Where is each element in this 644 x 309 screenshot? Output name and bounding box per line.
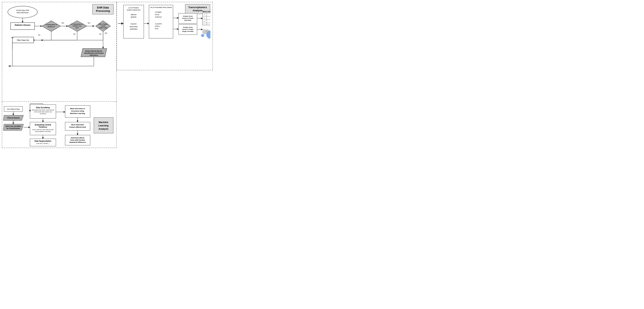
svg-text:Mean Decrease in: Mean Decrease in xyxy=(70,108,85,110)
ml-label: Machine xyxy=(99,121,108,124)
svg-text:Select key Variables: Select key Variables xyxy=(5,125,21,127)
svg-text:3: 3 xyxy=(204,20,205,22)
svg-text:CTNNB1: CTNNB1 xyxy=(155,11,162,13)
svg-text:Bulk RNA: Bulk RNA xyxy=(184,20,191,21)
svg-text:Data Scrubbing: Data Scrubbing xyxy=(36,106,50,108)
svg-text:MT1E: MT1E xyxy=(155,14,159,16)
svg-text:Filtered Dataset: Filtered Dataset xyxy=(7,117,20,119)
svg-text:Mean Gene Expressions: Mean Gene Expressions xyxy=(203,10,210,12)
svg-rect-96 xyxy=(149,5,173,38)
svg-text:Yes: Yes xyxy=(104,32,107,34)
svg-text:No: No xyxy=(99,33,102,35)
svg-text:Single Cell RNA: Single Cell RNA xyxy=(182,30,194,32)
svg-text:for Classification: for Classification xyxy=(6,128,20,129)
svg-text:No: No xyxy=(11,37,14,39)
svg-text:(This is used as a final value: (This is used as a final value for each xyxy=(32,129,54,130)
ml-flowchart-svg: Get Filtered Data Filtered Dataset Selec… xyxy=(3,103,114,147)
svg-text:Analyze Gene: Analyze Gene xyxy=(183,26,193,28)
svg-text:names in Public: names in Public xyxy=(182,18,194,19)
svg-text:Ulcer: Ulcer xyxy=(76,27,79,29)
svg-text:2: 2 xyxy=(204,17,205,19)
svg-text:contain: contain xyxy=(101,25,106,27)
svg-text:names in Public: names in Public xyxy=(182,28,194,30)
svg-rect-63 xyxy=(30,139,56,146)
ml-panel: Get Filtered Data Filtered Dataset Selec… xyxy=(2,102,116,148)
svg-text:List of Proteins: List of Proteins xyxy=(128,7,139,9)
svg-text:Statistical Difference: Statistical Difference xyxy=(69,141,86,143)
svg-text:antinuclear: antinuclear xyxy=(130,26,138,28)
svg-text:Diabetics?: Diabetics? xyxy=(48,26,55,28)
svg-text:tested in Blood test: tested in Blood test xyxy=(127,9,140,11)
svg-text:globulin: globulin xyxy=(131,16,136,18)
svg-text:Accuracy using: Accuracy using xyxy=(71,110,84,112)
ochin-label: OCHIN Epic EHR xyxy=(16,10,29,11)
svg-text:Yes: Yes xyxy=(62,22,64,24)
svg-text:of test results were uniform a: of test results were uniform and xyxy=(34,111,52,112)
svg-text:EHR of Patient: EHR of Patient xyxy=(99,24,108,25)
svg-text:data warehouse: data warehouse xyxy=(17,12,28,14)
svg-rect-3 xyxy=(10,22,34,30)
svg-text:Analyze Gene: Analyze Gene xyxy=(183,15,193,17)
filter-data-label: Filter Data Out xyxy=(17,39,29,41)
svg-text:Diabetic Foot: Diabetic Foot xyxy=(73,25,82,27)
ehr-panel: EHR Data Processing OCHIN Epic EHR data … xyxy=(2,2,116,102)
svg-text:Feature (Blood test): Feature (Blood test) xyxy=(69,126,86,128)
svg-text:1: 1 xyxy=(204,14,205,16)
transcriptomics-svg: List of Proteins tested in Blood test al… xyxy=(118,3,210,69)
svg-text:test per patient in the EHR): test per patient in the EHR) xyxy=(35,131,51,132)
svg-text:Determine Blood: Determine Blood xyxy=(71,137,84,139)
svg-text:Evaluating Central: Evaluating Central xyxy=(35,124,51,126)
svg-text:C12orf75: C12orf75 xyxy=(155,23,162,25)
svg-text:Complication of: Complication of xyxy=(46,24,57,26)
svg-point-130 xyxy=(201,34,204,37)
svg-rect-112 xyxy=(203,13,210,25)
svg-text:LOINC Codes: LOINC Codes xyxy=(99,27,107,28)
svg-text:Data Segmentation: Data Segmentation xyxy=(34,140,52,142)
svg-text:(First into 2 Classes...): (First into 2 Classes...) xyxy=(36,143,50,144)
svg-text:troponin: troponin xyxy=(131,23,137,25)
svg-text:Tendency: Tendency xyxy=(39,126,47,128)
svg-text:Get Filtered Data: Get Filtered Data xyxy=(7,108,20,110)
svg-text:albumin: albumin xyxy=(131,14,136,16)
svg-text:Machine Learning: Machine Learning xyxy=(70,112,85,114)
svg-text:(Normalized test values, check: (Normalized test values, check that unit xyxy=(32,109,54,111)
svg-text:consistent): consistent) xyxy=(40,113,46,114)
main-container: EHR Data Processing OCHIN Epic EHR data … xyxy=(0,0,215,150)
svg-text:DAPL1: DAPL1 xyxy=(155,25,160,27)
svg-text:S100A10: S100A10 xyxy=(155,16,162,18)
svg-text:List of Associated Gene Names: List of Associated Gene Names xyxy=(150,6,172,8)
svg-text:Learning: Learning xyxy=(98,124,109,127)
svg-point-131 xyxy=(206,30,210,33)
svg-text:Classification and Feature: Classification and Feature xyxy=(84,52,104,54)
svg-text:Importance: Importance xyxy=(90,54,98,56)
svg-text:No: No xyxy=(73,33,76,35)
svg-text:No: No xyxy=(38,34,40,36)
svg-text:antibodies: antibodies xyxy=(130,28,138,30)
ehr-section-label: EHR Data Processing xyxy=(92,4,114,14)
svg-text:Tests with Positive: Tests with Positive xyxy=(70,139,85,141)
svg-text:Is Complication of: Is Complication of xyxy=(71,23,83,25)
transcriptomics-panel: Transcriptomics Analysis List of Protein… xyxy=(116,2,213,70)
svg-text:Retain Filtered data for: Retain Filtered data for xyxy=(85,50,102,52)
diabetics-disease-label: Diabetics Disease xyxy=(14,24,30,26)
svg-text:Yes: Yes xyxy=(88,22,90,24)
svg-text:Most Important: Most Important xyxy=(71,124,84,126)
svg-text:Analysis: Analysis xyxy=(98,128,108,130)
svg-text:FOS: FOS xyxy=(155,28,158,30)
